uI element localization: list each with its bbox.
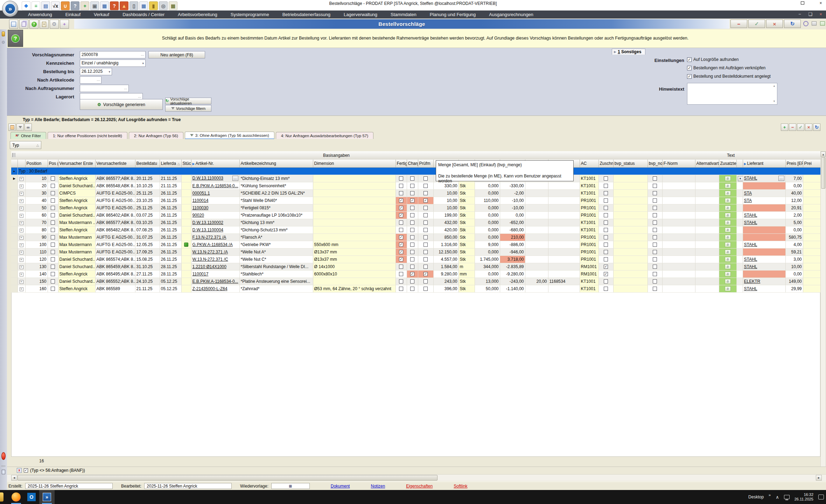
expand-plus-icon[interactable]: + [20, 243, 23, 247]
cell-checkbox[interactable] [418, 211, 433, 219]
col-header-verursacherliste[interactable]: Verursacherliste [95, 160, 135, 167]
horizontal-scrollbar[interactable]: ◄ ► [7, 474, 826, 481]
col-header-bvp_no[interactable]: bvp_no [648, 160, 662, 167]
cell-artikelbezeichnung[interactable]: *Pratzenauflage LP 106x108x10* [239, 211, 313, 219]
cell-differenz[interactable]: -9.280,00 [500, 270, 525, 278]
cell-artikelbezeichnung[interactable]: *SCHEIBE A2.2 DIN 125 GAL:ZN* [239, 189, 313, 197]
cell-verursacher[interactable]: Steffen Angrick [58, 226, 95, 233]
cell-preis-cut[interactable] [803, 248, 820, 255]
menu-item-dashboards-center[interactable]: Dashboards / Center [122, 12, 164, 17]
cell-lieferant[interactable] [743, 204, 785, 211]
cell-menge[interactable]: 432,00 [433, 219, 458, 226]
cell-checkbox[interactable] [418, 175, 433, 182]
cell-bestand[interactable]: 0,000 [475, 219, 500, 226]
expand-cell[interactable]: + [18, 197, 25, 204]
artikel-link[interactable]: D.W.13.1100004 [192, 227, 224, 232]
cell-stueckliste[interactable] [181, 211, 191, 219]
cell-stueckliste[interactable] [181, 189, 191, 197]
artikelcode-input[interactable]: … [80, 76, 102, 84]
chevron-down-icon[interactable]: ▾ [738, 176, 743, 181]
cell-checkbox[interactable] [418, 278, 433, 285]
cell-stueckliste[interactable] [181, 278, 191, 285]
cell-verursacherliste[interactable]: ABK 865574;ABK 8... [95, 255, 135, 263]
cell-checkbox[interactable] [598, 248, 613, 255]
cell-extra1[interactable] [525, 263, 548, 270]
app-restore-icon[interactable]: ❏ [805, 10, 816, 19]
cell-preis-cut[interactable] [803, 285, 820, 292]
ellipsis-button[interactable]: … [232, 176, 238, 181]
cell-me[interactable]: Stk [458, 241, 475, 248]
cell-checkbox[interactable] [407, 263, 418, 270]
cell-bestelldatum[interactable]: 15.08.25 [135, 255, 160, 263]
cell-zusatztext[interactable]: a [719, 248, 736, 255]
cell-menge[interactable]: 199,00 [433, 211, 458, 219]
cell-verursacherliste[interactable]: AUFTG E AG25-00... [95, 197, 135, 204]
help-panel[interactable]: ? [8, 30, 23, 47]
filter-active-checkbox[interactable] [24, 468, 28, 472]
menu-item-anwendung[interactable]: Anwendung [28, 12, 52, 17]
cell-ac[interactable]: KT1001 [580, 226, 598, 233]
table-row[interactable]: +70Max Mustermann ...ABK 865577;ABK 8...… [11, 219, 820, 226]
cell-differenz[interactable]: -2,00 [500, 189, 525, 197]
cell-extra1[interactable] [525, 270, 548, 278]
cell-lieferdatum[interactable]: 28.11.25 [160, 263, 181, 270]
cell-artikelbezeichnung[interactable]: *Welle Nut C* [239, 255, 313, 263]
cell-lieferdatum[interactable]: 26.11.25 [160, 219, 181, 226]
cell-checkbox[interactable] [598, 270, 613, 278]
cell-f-norm[interactable] [662, 211, 695, 219]
filtern-button[interactable]: Vorschläge filtern [165, 105, 211, 112]
eigenschaften-link[interactable]: Eigenschaften [406, 484, 433, 489]
cell-differenz[interactable]: 210,00 [500, 233, 525, 241]
cell-f-norm[interactable] [662, 189, 695, 197]
cell-me[interactable]: mm [458, 270, 475, 278]
cell-bvp-status[interactable] [613, 248, 648, 255]
softlink-link[interactable]: Softlink [454, 484, 467, 489]
cell-dropdown[interactable]: ▾ [736, 175, 743, 182]
cell-bvp-status[interactable] [613, 211, 648, 219]
expand-plus-icon[interactable]: + [20, 287, 23, 291]
cell-verursacher[interactable]: Daniel Schuchard... [58, 263, 95, 270]
cell-position[interactable]: 130 [25, 263, 48, 270]
cell-zusatztext[interactable]: a [719, 285, 736, 292]
col-header-verursacher-erste[interactable]: Verursacher Erste [58, 160, 95, 167]
table-row[interactable]: +140Steffen AngrickABK 865495;ABK 8...27… [11, 270, 820, 278]
cell-checkbox[interactable] [48, 241, 58, 248]
cell-zusatztext[interactable]: a [719, 278, 736, 285]
text-note-icon[interactable]: a [725, 191, 731, 196]
cell-preis[interactable]: 7,00 [785, 175, 803, 182]
cell-referenz-artikel[interactable] [548, 270, 580, 278]
cell-bestand[interactable]: 110,000 [475, 197, 500, 204]
cell-bvp-status[interactable] [613, 285, 648, 292]
add-row-icon[interactable]: + [781, 124, 788, 131]
cell-position[interactable]: 60 [25, 211, 48, 219]
bestellung-bis-select[interactable]: 26.12.2025▾ [80, 68, 112, 75]
cell-referenz-artikel[interactable] [548, 211, 580, 219]
cell-bestand[interactable]: 344,000 [475, 263, 500, 270]
col-header-alternativartil[interactable]: Alternativartil [695, 160, 719, 167]
cell-preis-cut[interactable] [803, 226, 820, 233]
artikel-link[interactable]: 1100014 [192, 198, 209, 203]
cell-checkbox[interactable] [418, 241, 433, 248]
cell-position[interactable]: 80 [25, 226, 48, 233]
expand-cell[interactable]: + [18, 241, 25, 248]
cell-me[interactable]: Stk [458, 219, 475, 226]
cell-checkbox[interactable] [48, 204, 58, 211]
cell-artikel-nr[interactable]: F.13.N-272.371 /A [191, 233, 239, 241]
cell-preis-cut[interactable] [803, 189, 820, 197]
window-close-icon[interactable]: × [816, 1, 826, 6]
cell-bestand[interactable]: 0,000 [475, 226, 500, 233]
cell-extra1[interactable] [525, 204, 548, 211]
expand-cell[interactable]: + [18, 263, 25, 270]
cell-bvp-status[interactable] [613, 197, 648, 204]
taskbar-clock[interactable]: 16:32 26.11.2025 [794, 492, 813, 502]
cell-extra1[interactable] [525, 197, 548, 204]
table-row[interactable]: +90Max MustermannAUFTG E AG25-00...31.07… [11, 233, 820, 241]
cell-f-norm[interactable] [662, 263, 695, 270]
cell-ac[interactable]: KT1001 [580, 189, 598, 197]
handshake-icon[interactable]: ∪ [61, 1, 70, 10]
help-icon[interactable]: ? [29, 20, 38, 29]
cell-preis[interactable]: 0,00 [785, 226, 803, 233]
cell-f-norm[interactable] [662, 233, 695, 241]
cell-alternativartikel[interactable] [695, 241, 719, 248]
cell-artikelbezeichnung[interactable]: *Silberstahl Rundstange / Welle DI... [239, 263, 313, 270]
